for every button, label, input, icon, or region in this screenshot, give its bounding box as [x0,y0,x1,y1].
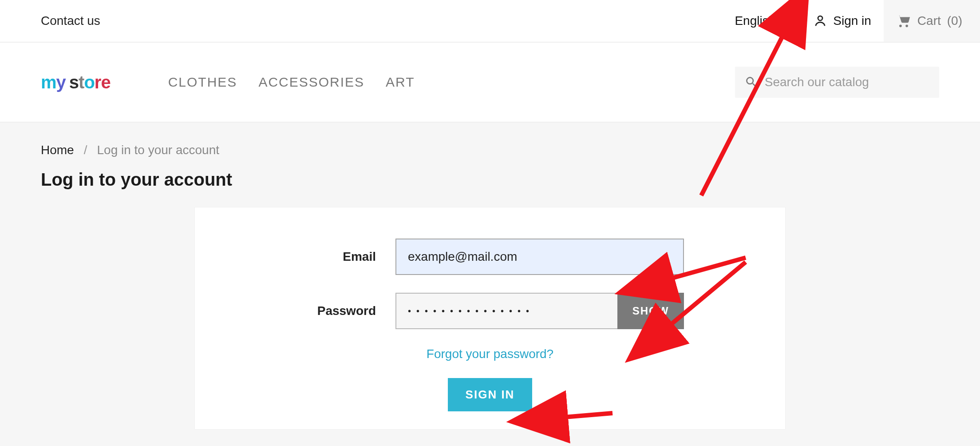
show-password-button[interactable]: SHOW [617,293,684,329]
cart-label: Cart [917,14,941,28]
password-field[interactable] [395,293,617,329]
cart-link[interactable]: Cart (0) [884,0,980,42]
nav-art[interactable]: ART [386,75,415,90]
page-title: Log in to your account [41,170,939,190]
store-logo[interactable]: my store [41,72,111,92]
language-label: English [735,14,775,28]
category-nav: CLOTHES ACCESSORIES ART [168,75,415,90]
breadcrumb: Home / Log in to your account [41,143,939,157]
nav-clothes[interactable]: CLOTHES [168,75,237,90]
breadcrumb-home[interactable]: Home [41,143,74,157]
svg-point-1 [747,77,753,84]
signin-button[interactable]: SIGN IN [448,378,533,411]
signin-label: Sign in [833,14,871,28]
search-box[interactable] [735,67,939,98]
login-card: Email Password SHOW Forgot your password… [195,207,785,429]
forgot-password-link[interactable]: Forgot your password? [427,347,553,361]
cart-count: (0) [947,14,962,28]
main-header: my store CLOTHES ACCESSORIES ART [0,43,980,123]
language-selector[interactable]: English [722,0,801,42]
nav-accessories[interactable]: ACCESSORIES [258,75,364,90]
email-field[interactable] [395,239,684,275]
breadcrumb-separator: / [84,143,87,157]
page-body: Home / Log in to your account Log in to … [0,123,980,446]
password-label: Password [296,304,376,318]
search-icon [745,76,757,89]
signin-link[interactable]: Sign in [801,0,884,42]
svg-point-0 [818,16,822,20]
cart-icon [896,13,911,28]
top-nav: Contact us English Sign in Cart (0) [0,0,980,43]
breadcrumb-current: Log in to your account [97,143,219,157]
email-label: Email [296,250,376,264]
person-icon [814,14,827,28]
caret-down-icon [780,19,789,24]
svg-line-2 [753,84,756,87]
search-input[interactable] [765,75,929,89]
contact-us-link[interactable]: Contact us [41,14,100,28]
